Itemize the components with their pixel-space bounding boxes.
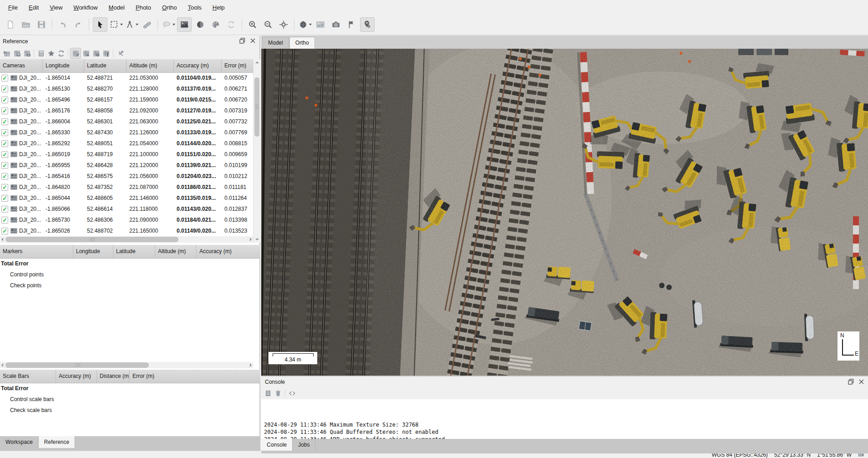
markers-row[interactable]: Total Error: [0, 258, 253, 269]
camera-row[interactable]: DJI_20... -1.865416 52.486575 221.056000…: [0, 171, 253, 182]
camera-enabled-checkbox[interactable]: [1, 173, 8, 180]
update-transform-icon[interactable]: [56, 48, 66, 58]
dropdown-arrow[interactable]: [136, 24, 138, 25]
menu-item[interactable]: Model: [103, 2, 130, 13]
column-header[interactable]: Accuracy (m): [174, 59, 222, 72]
import-reference-icon[interactable]: [2, 48, 12, 58]
float-panel-icon[interactable]: [239, 38, 245, 44]
camera-row[interactable]: DJI_20... -1.865730 52.486306 221.090000…: [0, 214, 253, 225]
zoom-in-icon[interactable]: [246, 18, 259, 31]
column-header[interactable]: Latitude: [113, 245, 155, 258]
undo-icon[interactable]: [56, 18, 70, 31]
camera-enabled-checkbox[interactable]: [1, 86, 8, 92]
viewport-tab[interactable]: Ortho: [289, 37, 315, 49]
dropdown-arrow[interactable]: [173, 24, 175, 25]
map-pin-icon[interactable]: [360, 17, 375, 32]
column-header[interactable]: Cameras: [0, 59, 43, 72]
menu-item[interactable]: Help: [207, 2, 230, 13]
column-header[interactable]: Longitude: [73, 245, 113, 258]
column-header[interactable]: Altitude (m): [155, 245, 197, 258]
camera-enabled-checkbox[interactable]: [1, 129, 8, 136]
camera-row[interactable]: DJI_20... -1.866004 52.486301 221.063000…: [0, 116, 253, 127]
markers-row[interactable]: Control points: [0, 269, 253, 280]
camera-row[interactable]: DJI_20... -1.865130 52.488270 221.128000…: [0, 83, 253, 94]
palette-icon[interactable]: [209, 18, 223, 31]
console-tab[interactable]: Console: [261, 439, 293, 451]
view-source-icon[interactable]: [101, 48, 111, 58]
redo-icon[interactable]: [71, 18, 85, 31]
camera-row[interactable]: DJI_20... -1.865026 52.488702 221.165000…: [0, 225, 253, 236]
rectangle-selection-icon[interactable]: [109, 18, 123, 31]
dock-tab[interactable]: Workspace: [0, 436, 39, 448]
scalebars-row[interactable]: Control scale bars: [0, 394, 253, 405]
column-header[interactable]: Latitude: [84, 59, 127, 72]
camera-row[interactable]: DJI_20... -1.865044 52.488605 221.146000…: [0, 193, 253, 204]
cameras-vertical-scrollbar[interactable]: [253, 59, 260, 243]
menu-item[interactable]: Photo: [130, 2, 157, 13]
viewport-tab[interactable]: Model: [262, 37, 289, 49]
column-header[interactable]: Error (m): [130, 370, 260, 383]
open-folder-icon[interactable]: [19, 18, 33, 31]
show-thumbnails-icon[interactable]: [177, 17, 192, 32]
point-measure-icon[interactable]: [125, 18, 138, 31]
camera-row[interactable]: DJI_20... -1.865066 52.486614 221.118000…: [0, 204, 253, 214]
console-tab[interactable]: Jobs: [293, 439, 315, 451]
select-arrow-icon[interactable]: [93, 17, 107, 32]
dropdown-arrow[interactable]: [120, 24, 123, 25]
camera-row[interactable]: DJI_20... -1.865496 52.486157 221.159000…: [0, 94, 253, 105]
execute-code-icon[interactable]: [287, 388, 297, 398]
camera-enabled-checkbox[interactable]: [1, 195, 8, 202]
lasso-icon[interactable]: [162, 18, 175, 31]
menu-item[interactable]: Ortho: [157, 2, 183, 13]
camera-enabled-checkbox[interactable]: [1, 151, 8, 158]
camera-row[interactable]: DJI_20... -1.865955 52.486428 221.120000…: [0, 160, 253, 171]
column-header[interactable]: Markers: [0, 245, 73, 258]
camera-enabled-checkbox[interactable]: [1, 75, 8, 81]
camera-row[interactable]: DJI_20... -1.864820 52.487352 221.087000…: [0, 182, 253, 193]
camera-row[interactable]: DJI_20... -1.865330 52.487430 221.126000…: [0, 127, 253, 138]
camera-enabled-checkbox[interactable]: [1, 206, 8, 213]
camera-enabled-checkbox[interactable]: [1, 97, 8, 103]
ortho-image-icon[interactable]: [314, 18, 327, 31]
menu-item[interactable]: Tools: [183, 2, 207, 13]
menu-item[interactable]: View: [44, 2, 68, 13]
column-header[interactable]: Altitude (m): [127, 59, 174, 72]
refresh-view-icon[interactable]: [224, 18, 238, 31]
stereo-contrast-icon[interactable]: [193, 18, 207, 31]
scalebars-row[interactable]: Check scale bars: [0, 405, 253, 416]
capture-photo-icon[interactable]: [329, 18, 343, 31]
view-info-icon[interactable]: [91, 48, 101, 58]
scalebars-row[interactable]: Total Error: [0, 383, 253, 394]
view-estimated-icon[interactable]: [70, 48, 81, 59]
clear-log-icon[interactable]: [273, 388, 283, 398]
column-header[interactable]: Scale Bars: [0, 370, 56, 383]
column-header[interactable]: Accuracy (m): [56, 370, 97, 383]
menu-item[interactable]: File: [3, 2, 23, 13]
column-header[interactable]: Error (m): [222, 59, 253, 72]
save-log-icon[interactable]: [263, 388, 273, 398]
scalebars-horizontal-scrollbar[interactable]: [0, 362, 253, 368]
camera-enabled-checkbox[interactable]: [1, 162, 8, 169]
save-icon[interactable]: [35, 18, 48, 31]
convert-reference-icon[interactable]: [22, 48, 32, 58]
dock-tab[interactable]: Reference: [39, 436, 75, 448]
ruler-icon[interactable]: [140, 18, 154, 31]
camera-row[interactable]: DJI_20... -1.865019 52.488719 221.100000…: [0, 149, 253, 160]
column-header[interactable]: Longitude: [43, 59, 84, 72]
ortho-canvas[interactable]: 4.34 m N E: [261, 49, 868, 376]
new-document-icon[interactable]: [4, 18, 17, 31]
view-errors-icon[interactable]: [81, 48, 91, 58]
cameras-horizontal-scrollbar[interactable]: [0, 236, 253, 243]
flag-marker-icon[interactable]: [345, 18, 358, 31]
dropdown-arrow[interactable]: [309, 24, 312, 25]
camera-enabled-checkbox[interactable]: [1, 217, 8, 224]
close-panel-icon[interactable]: [250, 38, 256, 44]
globe-icon[interactable]: [298, 18, 312, 31]
export-reference-icon[interactable]: [12, 48, 22, 58]
camera-enabled-checkbox[interactable]: [1, 118, 8, 125]
camera-enabled-checkbox[interactable]: [1, 184, 8, 191]
camera-enabled-checkbox[interactable]: [1, 140, 8, 147]
calculator-icon[interactable]: [36, 48, 46, 58]
camera-row[interactable]: DJI_20... -1.865292 52.488051 221.054000…: [0, 138, 253, 149]
float-panel-icon[interactable]: [848, 379, 854, 385]
